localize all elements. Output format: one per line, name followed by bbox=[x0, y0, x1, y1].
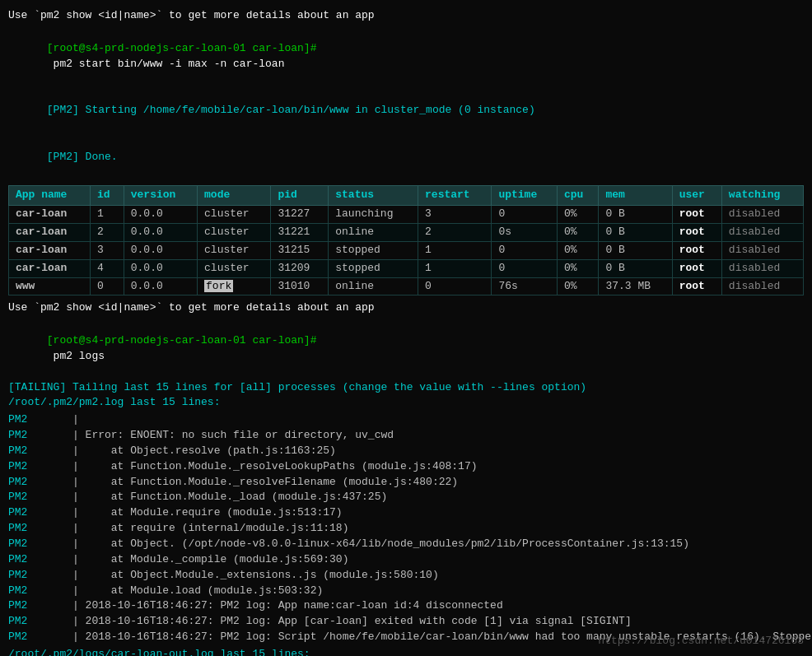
pm2-log-msg: | 2018-10-16T18:46:27: PM2 log: App name… bbox=[27, 599, 502, 612]
cmd-line-1: [root@s4-prd-nodejs-car-loan-01 car-loan… bbox=[8, 26, 804, 87]
status-cell: launching bbox=[329, 206, 418, 224]
pm2-log-line: PM2 | 2018-10-16T18:46:27: PM2 log: App … bbox=[8, 598, 804, 614]
pid-cell: 31010 bbox=[271, 277, 329, 295]
version-cell: 0.0.0 bbox=[124, 259, 197, 277]
watching-cell: disabled bbox=[721, 277, 803, 295]
mem-cell: 0 B bbox=[599, 206, 672, 224]
pm2-log-line: PM2 | 2018-10-16T18:46:27: PM2 log: App … bbox=[8, 614, 804, 630]
cpu-cell: 0% bbox=[557, 206, 598, 224]
pm2-log-msg: | bbox=[27, 413, 78, 426]
col-mode: mode bbox=[198, 186, 271, 206]
terminal: Use `pm2 show <id|name>` to get more det… bbox=[8, 8, 804, 656]
pm2-log-line: PM2 | at Module.load (module.js:503:32) bbox=[8, 584, 804, 599]
id-cell: 3 bbox=[91, 241, 124, 259]
col-version: version bbox=[124, 186, 197, 206]
table-row: car-loan 2 0.0.0 cluster 31221 online 2 … bbox=[9, 223, 804, 241]
pm2-tag: PM2 bbox=[8, 413, 27, 426]
restart-cell: 2 bbox=[418, 223, 492, 241]
user-cell: root bbox=[672, 259, 721, 277]
version-cell: 0.0.0 bbox=[124, 241, 197, 259]
app-name-cell: car-loan bbox=[9, 223, 91, 241]
pm2-starting: [PM2] Starting /home/fe/mobile/car-loan/… bbox=[8, 87, 804, 134]
app-name-cell: car-loan bbox=[9, 206, 91, 224]
hint-section-2: Use `pm2 show <id|name>` to get more det… bbox=[8, 300, 804, 316]
table-row: car-loan 1 0.0.0 cluster 31227 launching… bbox=[9, 206, 804, 224]
table-header-row: App name id version mode pid status rest… bbox=[9, 186, 804, 206]
watching-cell: disabled bbox=[721, 241, 803, 259]
col-id: id bbox=[91, 186, 124, 206]
pm2-tag: PM2 bbox=[8, 615, 27, 627]
mode-cell: cluster bbox=[198, 259, 271, 277]
pm2-log-line: PM2 | Error: ENOENT: no such file or dir… bbox=[8, 428, 804, 444]
pm2-tag: PM2 bbox=[8, 491, 27, 503]
pm2-log-msg: | at Function.Module._resolveFilename (m… bbox=[27, 476, 458, 488]
col-status: status bbox=[329, 186, 418, 206]
pm2-tag: PM2 bbox=[8, 553, 27, 565]
mode-cell: cluster bbox=[198, 206, 271, 224]
user-cell: root bbox=[672, 277, 721, 295]
command-section-1: [root@s4-prd-nodejs-car-loan-01 car-loan… bbox=[8, 26, 804, 180]
pm2-tag: PM2 bbox=[8, 630, 27, 643]
pm2-log-line: PM2 | at Function.Module._resolveLookupP… bbox=[8, 459, 804, 475]
pm2-log-section: PM2 |PM2 | Error: ENOENT: no such file o… bbox=[8, 412, 804, 645]
restart-cell: 1 bbox=[418, 241, 492, 259]
pm2-log-msg: | at Module.require (module.js:513:17) bbox=[27, 506, 342, 519]
pm2-tag: PM2 bbox=[8, 599, 27, 612]
uptime-cell: 0 bbox=[492, 241, 558, 259]
pm2-log-msg: | at Object.Module._extensions..js (modu… bbox=[27, 569, 438, 581]
uptime-cell: 0s bbox=[492, 223, 558, 241]
command-section-2: [root@s4-prd-nodejs-car-loan-01 car-loan… bbox=[8, 318, 804, 411]
table-row: car-loan 4 0.0.0 cluster 31209 stopped 1… bbox=[9, 259, 804, 277]
pm2-done: [PM2] Done. bbox=[8, 134, 804, 181]
pm2-log-line: PM2 | at Function.Module._load (module.j… bbox=[8, 490, 804, 505]
pm2-tag: PM2 bbox=[8, 569, 27, 581]
pm2-tag: PM2 bbox=[8, 522, 27, 534]
pm2-tag: PM2 bbox=[8, 584, 27, 597]
mode-cell: cluster bbox=[198, 241, 271, 259]
id-cell: 2 bbox=[91, 223, 124, 241]
status-cell: stopped bbox=[329, 241, 418, 259]
mem-cell: 0 B bbox=[599, 241, 672, 259]
pm2-tag: PM2 bbox=[8, 506, 27, 519]
col-user: user bbox=[672, 186, 721, 206]
pm2-log-msg: | at Object.resolve (path.js:1163:25) bbox=[27, 444, 335, 457]
hint-section-1: Use `pm2 show <id|name>` to get more det… bbox=[8, 8, 804, 24]
pm2-log-msg: | 2018-10-16T18:46:27: PM2 log: App [car… bbox=[27, 615, 631, 627]
user-cell: root bbox=[672, 206, 721, 224]
pm2-log-line: PM2 | at require (internal/module.js:11:… bbox=[8, 521, 804, 537]
pm2-log-msg: | at Function.Module._load (module.js:43… bbox=[27, 491, 387, 503]
pm2-log-msg: | at require (internal/module.js:11:18) bbox=[27, 522, 348, 534]
col-appname: App name bbox=[9, 186, 91, 206]
pid-cell: 31215 bbox=[271, 241, 329, 259]
version-cell: 0.0.0 bbox=[124, 223, 197, 241]
pm2-log-path: /root/.pm2/pm2.log last 15 lines: bbox=[8, 395, 804, 411]
pm2-log-line: PM2 | at Module._compile (module.js:569:… bbox=[8, 552, 804, 568]
pm2-log-line: PM2 | at Object. (/opt/node-v8.0.0-linux… bbox=[8, 537, 804, 552]
pm2-log-msg: | at Object. (/opt/node-v8.0.0-linux-x64… bbox=[27, 537, 689, 550]
pm2-tag: PM2 bbox=[8, 476, 27, 488]
mem-cell: 0 B bbox=[599, 259, 672, 277]
cmd-line-2: [root@s4-prd-nodejs-car-loan-01 car-loan… bbox=[8, 318, 804, 379]
prompt-1: [root@s4-prd-nodejs-car-loan-01 car-loan… bbox=[47, 42, 317, 54]
pm2-log-msg: | at Function.Module._resolveLookupPaths… bbox=[27, 460, 477, 472]
hint-line-1: Use `pm2 show <id|name>` to get more det… bbox=[8, 8, 804, 24]
process-table-section: App name id version mode pid status rest… bbox=[8, 185, 804, 295]
cmd-text-2: pm2 logs bbox=[47, 350, 105, 362]
pm2-log-line: PM2 | at Function.Module._resolveFilenam… bbox=[8, 475, 804, 491]
pm2-log-line: PM2 | bbox=[8, 412, 804, 428]
watching-cell: disabled bbox=[721, 206, 803, 224]
restart-cell: 1 bbox=[418, 259, 492, 277]
watching-cell: disabled bbox=[721, 259, 803, 277]
pm2-log-msg: | at Module._compile (module.js:569:30) bbox=[27, 553, 348, 565]
pid-cell: 31227 bbox=[271, 206, 329, 224]
col-mem: mem bbox=[599, 186, 672, 206]
pm2-tag: PM2 bbox=[8, 460, 27, 472]
tailing-line: [TAILING] Tailing last 15 lines for [all… bbox=[8, 380, 804, 396]
pid-cell: 31221 bbox=[271, 223, 329, 241]
id-cell: 4 bbox=[91, 259, 124, 277]
col-watching: watching bbox=[721, 186, 803, 206]
prompt-2: [root@s4-prd-nodejs-car-loan-01 car-loan… bbox=[47, 334, 317, 347]
table-body: car-loan 1 0.0.0 cluster 31227 launching… bbox=[9, 206, 804, 295]
cpu-cell: 0% bbox=[557, 259, 598, 277]
user-cell: root bbox=[672, 223, 721, 241]
